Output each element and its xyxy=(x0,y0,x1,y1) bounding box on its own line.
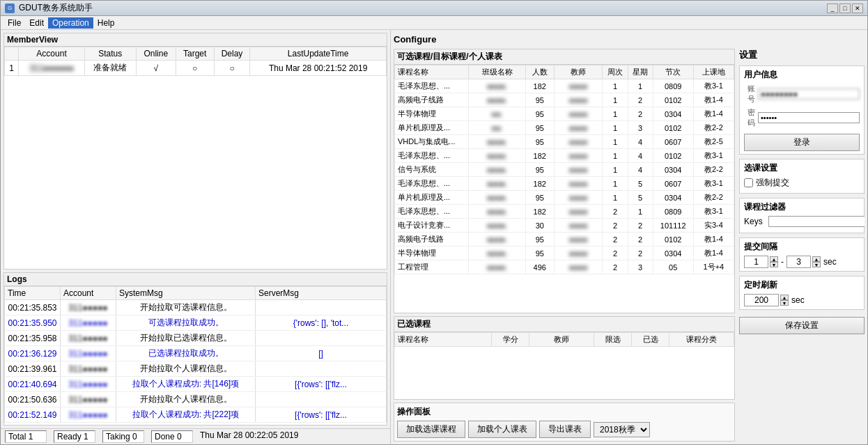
course-week: 2 xyxy=(603,260,628,274)
course-row[interactable]: 高频电子线路 ●●●●. 95 ●●●● 2 2 0102 教1-4 xyxy=(395,233,734,247)
course-room: 教2-2 xyxy=(693,163,734,177)
login-button[interactable]: 登录 xyxy=(744,134,860,151)
user-info-group: 用户信息 账号 密码 登录 xyxy=(739,65,865,155)
course-count: 95 xyxy=(525,191,554,205)
status-time: Thu Mar 28 00:22:05 2019 xyxy=(200,430,298,443)
course-row[interactable]: 半导体物理 ●●●●. 95 ●●●● 2 2 0304 教1-4 xyxy=(395,247,734,260)
course-day: 2 xyxy=(628,219,653,233)
course-row[interactable]: 毛泽东思想、... ●●●●. 182 ●●●● 1 5 0607 教3-1 xyxy=(395,177,734,191)
menu-help[interactable]: Help xyxy=(93,17,119,29)
course-week: 2 xyxy=(603,219,628,233)
course-col-room: 上课地 xyxy=(693,65,734,79)
col-index xyxy=(5,47,19,61)
course-class: ●●●●. xyxy=(469,79,525,93)
course-table-container[interactable]: 课程名称 班级名称 人数 教师 周次 星期 节次 上课地 xyxy=(394,65,734,313)
course-count: 95 xyxy=(525,121,554,135)
course-teacher: ●●●● xyxy=(554,219,603,233)
password-input[interactable] xyxy=(758,112,860,123)
member-table-container[interactable]: Account Status Online Target Delay LastU… xyxy=(4,47,387,76)
log-row: 00:21:35.950 311●●●●● 可选课程拉取成功。 {'rows':… xyxy=(5,315,387,331)
minimize-button[interactable]: _ xyxy=(827,3,838,13)
course-row[interactable]: 单片机原理及... ●●●●. 95 ●●●● 1 5 0304 教2-2 xyxy=(395,191,734,205)
log-system-msg: 开始拉取个人课程信息。 xyxy=(116,392,256,407)
col-online: Online xyxy=(136,47,176,61)
log-time: 00:21:35.958 xyxy=(5,331,61,346)
submit-interval-row: ▲ ▼ - ▲ ▼ sec xyxy=(744,256,860,268)
maximize-button[interactable]: □ xyxy=(839,3,851,13)
logs-panel: Logs Time Account SystemMsg ServerMsg xyxy=(3,272,387,426)
save-settings-button[interactable]: 保存设置 xyxy=(739,317,865,334)
keys-input[interactable] xyxy=(768,216,865,227)
log-account: 311●●●●● xyxy=(61,346,116,361)
course-room: 教1-4 xyxy=(693,107,734,121)
course-row[interactable]: 高频电子线路 ●●●●. 95 ●●●● 1 2 0102 教1-4 xyxy=(395,93,734,107)
course-row[interactable]: 单片机原理及... ●●. 95 ●●●● 1 3 0102 教2-2 xyxy=(395,121,734,135)
force-submit-checkbox[interactable] xyxy=(744,178,753,187)
course-section: 可选课程/目标课程/个人课表 课程名称 班级名称 人数 教师 周次 xyxy=(394,49,735,442)
course-period: 0304 xyxy=(653,247,693,260)
course-day: 2 xyxy=(628,93,653,107)
refresh-unit: sec xyxy=(791,295,805,305)
course-row[interactable]: 毛泽东思想、... ●●●●. 182 ●●●● 1 1 0809 教3-1 xyxy=(395,79,734,93)
semester-select[interactable]: 2018秋季 xyxy=(594,422,650,437)
menu-edit[interactable]: Edit xyxy=(25,17,48,29)
sel-col-credit: 学分 xyxy=(492,333,529,347)
logs-table-container[interactable]: Time Account SystemMsg ServerMsg 00:21:3… xyxy=(4,286,387,425)
course-week: 1 xyxy=(603,93,628,107)
course-week: 1 xyxy=(603,191,628,205)
course-class: ●●●●. xyxy=(469,260,525,274)
course-row[interactable]: VHDL与集成电... ●●●●. 95 ●●●● 1 4 0607 教2-5 xyxy=(395,135,734,149)
action-title: 操作面板 xyxy=(397,406,731,418)
interval-to-input[interactable] xyxy=(786,256,811,268)
course-row[interactable]: 半导体物理 ●●. 95 ●●●● 1 2 0304 教1-4 xyxy=(395,107,734,121)
col-last-update: LastUpdateTime xyxy=(250,47,387,61)
course-teacher: ●●●● xyxy=(554,135,603,149)
interval-from-up[interactable]: ▲ xyxy=(770,256,778,262)
interval-to-up[interactable]: ▲ xyxy=(812,256,821,262)
log-col-server: ServerMsg xyxy=(256,287,387,300)
interval-separator: - xyxy=(781,257,784,267)
course-row[interactable]: 信号与系统 ●●●●. 95 ●●●● 1 4 0304 教2-2 xyxy=(395,163,734,177)
course-row[interactable]: 毛泽东思想、... ●●●●. 182 ●●●● 2 1 0809 教3-1 xyxy=(395,205,734,219)
load-schedule-button[interactable]: 加载个人课表 xyxy=(468,421,536,438)
settings-title: 设置 xyxy=(739,49,865,61)
refresh-up[interactable]: ▲ xyxy=(780,295,789,300)
log-system-msg: 拉取个人课程成功: 共[146]项 xyxy=(116,377,256,392)
course-class: ●●●●. xyxy=(469,149,525,163)
load-courses-button[interactable]: 加载选课课程 xyxy=(397,421,465,438)
log-time: 00:21:52.149 xyxy=(5,407,61,423)
sel-col-category: 课程分类 xyxy=(669,333,734,347)
course-row[interactable]: 毛泽东思想、... ●●●●. 182 ●●●● 1 4 0102 教3-1 xyxy=(395,149,734,163)
title-bar: G GDUT教务系统助手 _ □ ✕ xyxy=(1,1,867,16)
selected-table-container[interactable]: 课程名称 学分 教师 限选 已选 课程分类 xyxy=(394,332,734,399)
menu-operation[interactable]: Operation xyxy=(48,17,93,29)
course-table: 课程名称 班级名称 人数 教师 周次 星期 节次 上课地 xyxy=(394,65,734,274)
action-panel: 操作面板 加载选课课程 加载个人课表 导出课表 2018秋季 xyxy=(394,403,735,442)
refresh-down[interactable]: ▼ xyxy=(780,300,789,306)
course-class: ●●●●. xyxy=(469,93,525,107)
account-input[interactable] xyxy=(758,88,860,100)
status-ready: Ready 1 xyxy=(54,430,95,443)
course-day: 1 xyxy=(628,79,653,93)
refresh-value-input[interactable] xyxy=(744,294,779,306)
close-button[interactable]: ✕ xyxy=(852,3,863,13)
interval-to-down[interactable]: ▼ xyxy=(812,262,821,267)
member-row[interactable]: 1 311●●●●●● 准备就绪 √ ○ ○ Thu Mar 28 00:21:… xyxy=(5,61,387,76)
course-week: 1 xyxy=(603,177,628,191)
interval-from-down[interactable]: ▼ xyxy=(770,262,778,267)
logs-table: Time Account SystemMsg ServerMsg 00:21:3… xyxy=(4,286,387,423)
course-col-day: 星期 xyxy=(628,65,653,79)
export-schedule-button[interactable]: 导出课表 xyxy=(539,421,591,438)
log-server-msg: [{'rows': [['flz... xyxy=(256,407,387,423)
available-courses-panel: 可选课程/目标课程/个人课表 课程名称 班级名称 人数 教师 周次 xyxy=(394,49,735,313)
log-system-msg: 可选课程拉取成功。 xyxy=(116,315,256,331)
course-row[interactable]: 电子设计竞赛... ●●●●. 30 ●●●● 2 2 101112 实3-4 xyxy=(395,219,734,233)
course-row[interactable]: 工程管理 ●●●●. 496 ●●●● 2 3 05 1号+4 xyxy=(395,260,734,274)
menu-file[interactable]: File xyxy=(3,17,25,29)
log-server-msg: {'rows': [], 'tot... xyxy=(256,315,387,331)
course-room: 教2-2 xyxy=(693,121,734,135)
log-server-msg: [] xyxy=(256,346,387,361)
account-row: 账号 xyxy=(744,84,860,104)
interval-from-input[interactable] xyxy=(744,256,768,268)
course-name: 电子设计竞赛... xyxy=(395,219,469,233)
